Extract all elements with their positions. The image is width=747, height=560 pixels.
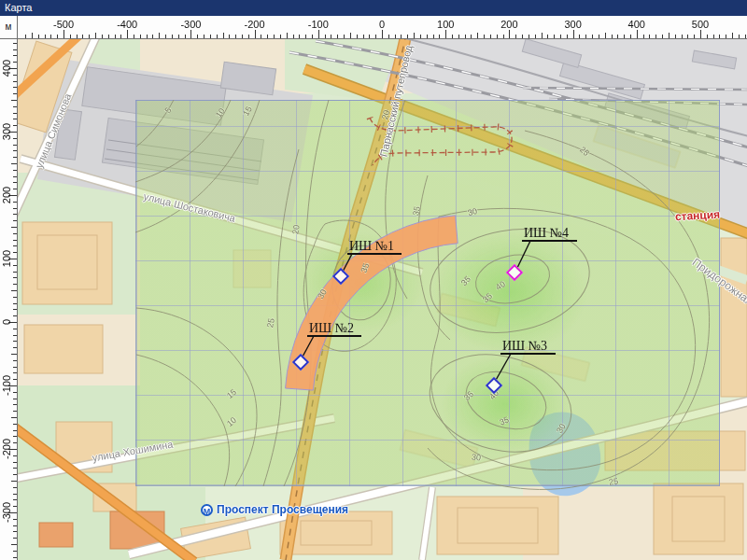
h-ruler-tick [388,35,389,38]
v-ruler-tick [13,557,17,558]
h-ruler-tick [599,35,599,38]
v-ruler-tick [13,43,17,44]
contour-value-label: 15 [241,105,254,118]
v-ruler-tick [13,106,17,107]
v-ruler-tick [13,341,17,342]
contour-value-label: 25 [265,317,276,329]
h-ruler-tick [643,35,644,38]
h-ruler-tick [592,35,593,38]
h-ruler-tick [120,35,121,38]
v-ruler-tick [11,354,17,355]
v-ruler-tick [13,309,17,310]
v-ruler-tick [13,75,17,76]
h-ruler-label: 500 [692,19,709,30]
h-ruler-tick [484,35,485,38]
contour-value-label: 25 [578,145,591,158]
v-ruler-tick [13,119,17,119]
v-ruler-tick [11,481,17,482]
h-ruler-tick [89,35,90,38]
v-ruler-tick [13,506,17,507]
h-ruler-tick [675,35,676,38]
h-ruler-tick [357,35,358,38]
v-ruler-tick [13,145,17,146]
window-title: Карта [5,2,32,13]
v-ruler-tick [11,544,17,545]
h-ruler-tick [612,35,613,38]
contour-value-label: 35 [411,205,422,217]
v-ruler-tick [13,494,17,495]
v-ruler-label: 0 [1,319,12,325]
h-ruler-tick [585,35,586,38]
h-ruler-tick [127,30,128,38]
h-ruler-tick [655,35,656,38]
h-ruler-tick [325,35,326,38]
contour-value-label: 10 [214,106,227,119]
v-ruler-tick [11,290,17,291]
h-ruler-tick [560,35,561,38]
v-ruler-tick [13,531,17,532]
h-ruler-tick [726,35,726,38]
survey-point-marker[interactable] [506,264,523,281]
survey-point-label: ИШ №3 [502,339,547,354]
h-ruler-tick [515,35,516,38]
h-ruler-tick [452,35,453,38]
v-ruler-tick [13,303,17,304]
v-ruler-tick [13,176,17,177]
h-ruler-tick [713,35,714,38]
v-ruler-tick [13,252,17,253]
h-ruler-tick [700,30,701,38]
contour-value-label: 30 [555,422,568,435]
h-ruler-tick [471,35,472,38]
v-ruler-tick [13,360,17,361]
v-ruler-tick [13,125,17,126]
h-ruler-tick [547,35,548,38]
v-ruler-tick [13,87,17,88]
survey-point-marker[interactable] [332,268,349,285]
h-ruler-tick [414,33,415,38]
window-title-bar[interactable]: Карта [0,0,747,16]
h-ruler-tick [375,35,376,38]
v-ruler-tick [13,474,17,475]
vertical-ruler: 4003002001000-100-200-300 [0,39,18,560]
h-ruler-tick [287,33,288,38]
v-ruler-tick [13,411,17,412]
v-ruler-tick [13,240,17,241]
h-ruler-tick [617,35,618,38]
h-ruler-tick [687,35,688,38]
h-ruler-label: -200 [245,19,265,30]
v-ruler-label: 300 [1,123,12,140]
v-ruler-tick [13,551,17,552]
h-ruler-tick [542,33,543,38]
h-ruler-tick [682,35,683,38]
h-ruler-tick [293,35,294,38]
h-ruler-tick [554,35,555,38]
h-ruler-tick [50,35,51,38]
ruler-unit-label: м [6,21,12,32]
h-ruler-tick [745,35,746,38]
v-ruler-tick [13,284,17,285]
v-ruler-tick [13,392,17,393]
v-ruler-tick [13,487,17,488]
v-ruler-tick [13,315,17,316]
h-ruler-tick [305,35,306,38]
h-ruler-tick [739,35,740,38]
contour-value-label: 35 [459,274,472,287]
h-ruler-tick [261,35,261,38]
h-ruler-tick [669,33,669,38]
h-ruler-tick [45,35,46,38]
h-ruler-tick [267,35,268,38]
survey-point-marker[interactable] [486,377,502,394]
map-application-window: улица Симонова улица Шостаковича улица Х… [0,0,747,560]
h-ruler-tick [210,35,211,38]
v-ruler-tick [13,277,17,278]
v-ruler-tick [11,227,17,228]
survey-point-marker[interactable] [292,354,309,371]
h-ruler-tick [363,35,364,38]
v-ruler-tick [13,424,17,425]
annotation-layer: 5101520252025303535303535403540351510302… [0,0,747,560]
h-ruler-tick [344,35,345,38]
h-ruler-tick [433,35,434,38]
h-ruler-tick [152,35,153,38]
h-ruler-tick [229,35,230,38]
survey-point-label: ИШ №4 [524,226,569,241]
